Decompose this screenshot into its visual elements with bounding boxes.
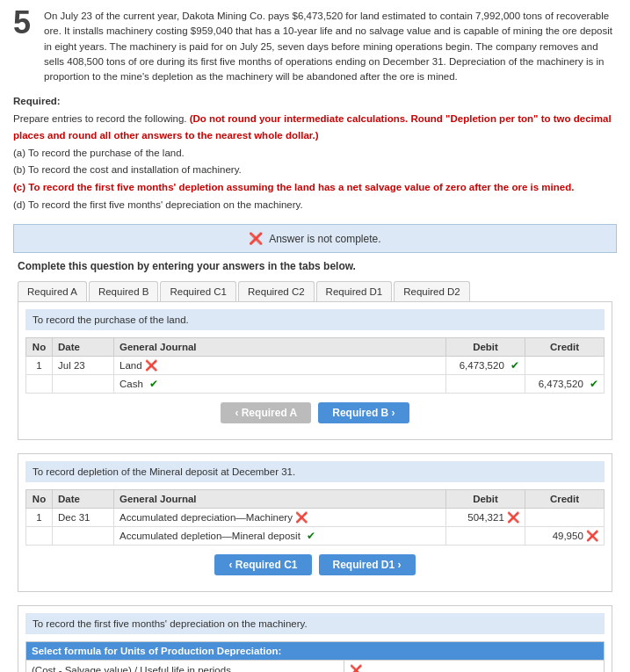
row-no <box>26 375 53 394</box>
formula-error-icon: ❌ <box>350 665 362 672</box>
row-debit[interactable]: 504,321 ❌ <box>446 509 525 527</box>
required-title: Required: Prepare entries to record the … <box>13 93 617 145</box>
col-credit: Credit <box>525 490 605 509</box>
entry-check-icon: ✔ <box>307 531 315 541</box>
table-row: Accumulated depletion—Mineral deposit ✔ … <box>26 527 605 546</box>
col-date: Date <box>53 338 114 357</box>
next-button-d1[interactable]: Required D1 › <box>319 554 416 575</box>
row-credit <box>525 357 605 375</box>
row-no: 1 <box>26 509 53 527</box>
section-c2: To record the first five months' depreci… <box>18 605 612 672</box>
table-row: 1 Jul 23 Land ❌ 6,473,520 ✔ <box>26 357 605 375</box>
row-entry[interactable]: Cash ✔ <box>114 375 446 394</box>
row-date <box>53 527 114 546</box>
answer-status-text: Answer is not complete. <box>269 233 380 245</box>
row-entry[interactable]: Accumulated depreciation—Machinery ❌ <box>114 509 446 527</box>
section-a-table: No Date General Journal Debit Credit 1 J… <box>25 337 605 394</box>
formula-table: Select formula for Units of Production D… <box>25 641 605 672</box>
prev-button-a[interactable]: ‹ Required A <box>221 402 311 423</box>
row-date <box>53 375 114 394</box>
col-no: No <box>26 338 53 357</box>
next-button-b[interactable]: Required B › <box>318 402 409 423</box>
credit-error-icon: ❌ <box>586 531 598 541</box>
col-debit: Debit <box>446 490 525 509</box>
row-debit <box>446 375 525 394</box>
required-item-c: (c) To record the first five months' dep… <box>13 179 617 197</box>
tab-required-d1[interactable]: Required D1 <box>316 281 393 301</box>
row-credit <box>525 509 605 527</box>
col-no: No <box>26 490 53 509</box>
prev-button-c1[interactable]: ‹ Required C1 <box>214 554 311 575</box>
formula-label: (Cost - Salvage value) / Useful life in … <box>26 661 344 672</box>
formula-row: (Cost - Salvage value) / Useful life in … <box>26 661 605 672</box>
row-no <box>26 527 53 546</box>
answer-status-box: ❌ Answer is not complete. <box>13 224 617 253</box>
section-c1-table: No Date General Journal Debit Credit 1 D… <box>25 489 605 546</box>
table-row: Cash ✔ 6,473,520 ✔ <box>26 375 605 394</box>
entry-check-icon: ✔ <box>149 379 158 389</box>
formula-header-row: Select formula for Units of Production D… <box>26 642 605 661</box>
section-c1: To record depletion of the Mineral depos… <box>18 453 612 592</box>
required-item-b: (b) To record the cost and installation … <box>13 162 617 179</box>
credit-check-icon: ✔ <box>590 379 598 389</box>
section-a-header: To record the purchase of the land. <box>25 309 605 330</box>
section-c1-nav: ‹ Required C1 Required D1 › <box>25 554 605 575</box>
col-gj: General Journal <box>114 338 446 357</box>
tab-required-c2[interactable]: Required C2 <box>238 281 315 301</box>
row-date: Jul 23 <box>53 357 114 375</box>
col-debit: Debit <box>446 338 525 357</box>
required-item-d: (d) To record the first five months' dep… <box>13 197 617 214</box>
row-entry[interactable]: Accumulated depletion—Mineral deposit ✔ <box>114 527 446 546</box>
section-c1-header: To record depletion of the Mineral depos… <box>25 461 605 482</box>
col-gj: General Journal <box>114 490 446 509</box>
answer-error-icon: ❌ <box>249 232 263 245</box>
tab-required-a[interactable]: Required A <box>18 281 87 301</box>
table-row: 1 Dec 31 Accumulated depreciation—Machin… <box>26 509 605 527</box>
row-no: 1 <box>26 357 53 375</box>
section-c2-header: To record the first five months' depreci… <box>25 613 605 634</box>
row-entry[interactable]: Land ❌ <box>114 357 446 375</box>
debit-error-icon: ❌ <box>507 512 519 523</box>
tab-required-d2[interactable]: Required D2 <box>394 281 470 301</box>
section-a-nav: ‹ Required A Required B › <box>25 402 605 423</box>
col-credit: Credit <box>525 338 605 357</box>
section-a: To record the purchase of the land. No D… <box>18 301 612 440</box>
problem-number: 5 <box>13 4 31 41</box>
tab-required-c1[interactable]: Required C1 <box>160 281 236 301</box>
formula-icon-cell: ❌ <box>344 661 604 672</box>
row-credit[interactable]: 49,950 ❌ <box>525 527 605 546</box>
row-debit <box>446 527 525 546</box>
row-debit[interactable]: 6,473,520 ✔ <box>446 357 525 375</box>
debit-check-icon: ✔ <box>511 360 519 371</box>
required-instructions: Prepare entries to record the following.… <box>13 113 612 141</box>
required-item-a: (a) To record the purchase of the land. <box>13 145 617 163</box>
entry-error-icon: ❌ <box>145 360 157 371</box>
row-credit[interactable]: 6,473,520 ✔ <box>525 375 605 394</box>
col-date: Date <box>53 490 114 509</box>
complete-instructions: Complete this question by entering your … <box>13 260 617 272</box>
row-date: Dec 31 <box>53 509 114 527</box>
problem-text: On July 23 of the current year, Dakota M… <box>44 9 617 84</box>
formula-header-label: Select formula for Units of Production D… <box>26 642 605 661</box>
tabs-row: Required A Required B Required C1 Requir… <box>13 281 617 301</box>
entry-error-icon: ❌ <box>295 512 308 523</box>
tab-required-b[interactable]: Required B <box>89 281 159 301</box>
